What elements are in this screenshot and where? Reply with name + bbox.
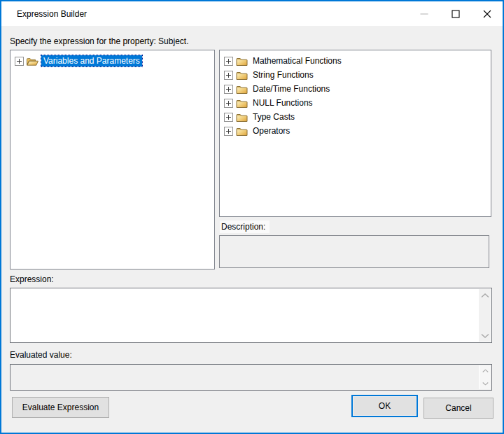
expand-icon[interactable] xyxy=(224,57,233,66)
expression-builder-dialog: Expression Builder Specify the expressio… xyxy=(0,0,504,434)
expand-icon[interactable] xyxy=(224,99,233,108)
evaluate-expression-button[interactable]: Evaluate Expression xyxy=(12,397,109,418)
tree-item-label[interactable]: Date/Time Functions xyxy=(251,83,332,94)
tree-item-mathematical-functions[interactable]: Mathematical Functions xyxy=(220,54,491,68)
folder-icon xyxy=(236,57,248,66)
minimize-button xyxy=(408,1,440,26)
tree-item-datetime-functions[interactable]: Date/Time Functions xyxy=(220,82,491,96)
tree-item-string-functions[interactable]: String Functions xyxy=(220,68,491,82)
tree-item-label[interactable]: NULL Functions xyxy=(251,97,315,108)
tree-item-null-functions[interactable]: NULL Functions xyxy=(220,96,491,110)
tree-item-label[interactable]: Variables and Parameters xyxy=(41,55,142,66)
folder-icon xyxy=(236,113,248,122)
ok-button[interactable]: OK xyxy=(351,395,418,417)
close-button[interactable] xyxy=(471,1,503,26)
window-title: Expression Builder xyxy=(17,9,87,19)
variables-tree-panel[interactable]: Variables and Parameters xyxy=(10,50,215,270)
evaluated-value-box xyxy=(10,364,492,391)
folder-icon xyxy=(236,127,248,136)
tree-item-type-casts[interactable]: Type Casts xyxy=(220,110,491,124)
tree-item-operators[interactable]: Operators xyxy=(220,124,491,138)
expression-input[interactable] xyxy=(11,289,478,342)
expression-box xyxy=(10,288,492,343)
folder-icon xyxy=(236,71,248,80)
tree-item-label[interactable]: Mathematical Functions xyxy=(251,55,344,66)
scroll-up-button[interactable] xyxy=(479,291,490,300)
maximize-icon xyxy=(451,10,460,18)
close-icon xyxy=(483,10,491,18)
scroll-down-button[interactable] xyxy=(479,331,490,340)
chevron-up-icon xyxy=(481,293,489,298)
functions-tree-panel[interactable]: Mathematical Functions String Functions … xyxy=(219,50,491,217)
expression-label: Expression: xyxy=(10,274,54,284)
folder-icon xyxy=(236,99,248,108)
chevron-down-icon xyxy=(481,333,489,338)
expression-scrollbar[interactable] xyxy=(479,289,491,342)
tree-item-label[interactable]: Type Casts xyxy=(251,111,297,122)
tree-item-variables-and-parameters[interactable]: Variables and Parameters xyxy=(10,54,214,68)
scroll-down-button[interactable] xyxy=(480,379,491,388)
description-label: Description: xyxy=(220,220,270,233)
evaluated-value-label: Evaluated value: xyxy=(10,350,72,360)
expand-icon[interactable] xyxy=(224,127,233,136)
caption-buttons xyxy=(408,1,503,26)
functions-tree: Mathematical Functions String Functions … xyxy=(220,50,491,138)
description-box xyxy=(219,235,489,268)
evaluated-value-output xyxy=(11,365,478,389)
chevron-up-icon xyxy=(482,369,489,373)
expand-icon[interactable] xyxy=(224,85,233,94)
minimize-icon xyxy=(420,10,428,18)
evaluated-value-scrollbar[interactable] xyxy=(479,365,491,389)
folder-icon xyxy=(236,85,248,94)
expand-icon[interactable] xyxy=(224,71,233,80)
cancel-button[interactable]: Cancel xyxy=(424,398,493,419)
variables-tree: Variables and Parameters xyxy=(10,50,214,68)
expand-icon[interactable] xyxy=(224,113,233,122)
tree-item-label[interactable]: Operators xyxy=(251,125,292,136)
instruction-text: Specify the expression for the property:… xyxy=(10,36,188,46)
chevron-down-icon xyxy=(482,382,489,386)
open-folder-icon xyxy=(27,57,38,66)
scroll-up-button[interactable] xyxy=(480,367,491,375)
expand-icon[interactable] xyxy=(15,57,24,66)
tree-item-label[interactable]: String Functions xyxy=(251,69,316,80)
maximize-button[interactable] xyxy=(440,1,471,26)
titlebar[interactable]: Expression Builder xyxy=(1,1,503,26)
